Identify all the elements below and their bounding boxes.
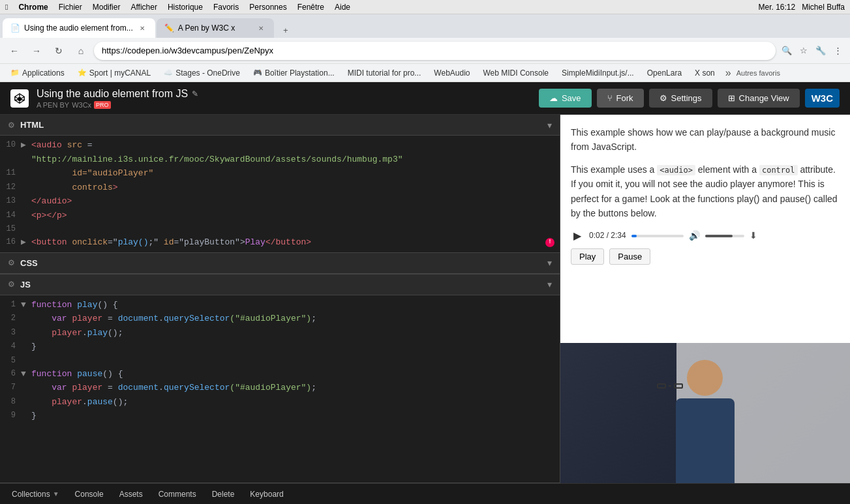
new-tab-button[interactable]: + bbox=[278, 22, 294, 38]
audio-player: ▶ 0:02 / 2:34 🔊 ⬇ bbox=[571, 228, 840, 243]
volume-bar[interactable] bbox=[705, 235, 744, 237]
preview-text-2: This example uses a <audio> element with… bbox=[571, 162, 840, 221]
fenetre-menu[interactable]: Fenêtre bbox=[297, 3, 324, 12]
active-tab[interactable]: 📄 Using the audio element from... ✕ bbox=[3, 18, 155, 38]
pen-author-name[interactable]: W3Cx bbox=[72, 101, 91, 109]
clock: Mer. 16:12 bbox=[758, 3, 795, 12]
bookmark-icon[interactable]: ☆ bbox=[797, 44, 811, 58]
css-panel-label: CSS bbox=[20, 258, 38, 268]
download-icon[interactable]: ⬇ bbox=[750, 228, 757, 243]
bookmarks-more-button[interactable]: » bbox=[725, 67, 731, 79]
code-line-13: 13 </audio> bbox=[0, 194, 560, 209]
preview-content: This example shows how we can play/pause… bbox=[560, 115, 850, 343]
reload-button[interactable]: ↻ bbox=[50, 42, 68, 60]
console-button[interactable]: Console bbox=[68, 488, 110, 501]
delete-button[interactable]: Delete bbox=[205, 488, 241, 501]
audio-progress-bar[interactable] bbox=[631, 235, 684, 237]
html-panel-label: HTML bbox=[20, 120, 44, 130]
volume-icon[interactable]: 🔊 bbox=[689, 228, 700, 243]
keyboard-button[interactable]: Keyboard bbox=[243, 488, 290, 501]
extension-icon[interactable]: 🔧 bbox=[813, 44, 828, 58]
home-button[interactable]: ⌂ bbox=[72, 42, 90, 60]
bookmark-sport[interactable]: ⭐ Sport | myCANAL bbox=[72, 67, 156, 79]
js-panel: ⚙ JS ▾ 1 ▼ function play() { 2 var playe… bbox=[0, 274, 560, 484]
active-tab-title: Using the audio element from... bbox=[24, 23, 133, 33]
glasses-right bbox=[674, 383, 683, 389]
bookmark-webmidi[interactable]: Web MIDI Console bbox=[478, 67, 554, 79]
modifier-menu[interactable]: Modifier bbox=[93, 3, 121, 12]
preview-text2-middle: element with a bbox=[698, 164, 759, 175]
bookmark-folder-icon: 📁 bbox=[10, 68, 20, 77]
aide-menu[interactable]: Aide bbox=[335, 3, 350, 12]
changeview-button[interactable]: ⊞ Change View bbox=[718, 89, 800, 108]
assets-button[interactable]: Assets bbox=[113, 488, 149, 501]
tab2-close-button[interactable]: ✕ bbox=[256, 23, 266, 33]
back-button[interactable]: ← bbox=[5, 42, 23, 60]
bookmark-stages[interactable]: ☁️ Stages - OneDrive bbox=[159, 67, 245, 79]
edit-pen-icon[interactable]: ✎ bbox=[192, 89, 198, 98]
person-body bbox=[676, 398, 735, 483]
forward-button[interactable]: → bbox=[27, 42, 46, 60]
bookmark-cloud-icon: ☁️ bbox=[164, 68, 173, 77]
personnes-menu[interactable]: Personnes bbox=[249, 3, 286, 12]
apple-menu[interactable]:  bbox=[5, 3, 8, 12]
bookmark-boitier[interactable]: 🎮 Boîtier Playstation... bbox=[248, 67, 340, 79]
html-code-area[interactable]: 10 ▶ <audio src = "http://mainline.i3s.u… bbox=[0, 136, 560, 252]
code-line-15: 15 bbox=[0, 222, 560, 235]
fork-label: Fork bbox=[616, 93, 633, 103]
chrome-menu-icon[interactable]: ⋮ bbox=[830, 44, 845, 58]
html-panel-collapse[interactable]: ▾ bbox=[547, 120, 552, 130]
preview-code2: control bbox=[759, 165, 798, 175]
pause-button[interactable]: Pause bbox=[609, 248, 650, 265]
bookmark-gamepad-icon: 🎮 bbox=[253, 68, 262, 77]
preview-text2-prefix: This example uses a bbox=[571, 164, 657, 175]
pro-badge: PRO bbox=[94, 101, 111, 109]
codepen-logo[interactable] bbox=[10, 89, 29, 108]
css-panel-collapse[interactable]: ▾ bbox=[547, 258, 552, 268]
html-settings-icon[interactable]: ⚙ bbox=[8, 121, 15, 130]
changeview-label: Change View bbox=[739, 93, 789, 103]
js-line-1: 1 ▼ function play() { bbox=[0, 298, 560, 312]
css-panel: ⚙ CSS ▾ bbox=[0, 253, 560, 274]
bookmark-webaudio[interactable]: WebAudio bbox=[429, 67, 475, 79]
chrome-menu-item[interactable]: Chrome bbox=[18, 3, 48, 12]
play-button[interactable]: Play bbox=[571, 248, 604, 265]
main-content: ⚙ HTML ▾ 10 ▶ <audio src = "http://mainl… bbox=[0, 115, 850, 483]
chrome-tabbar: 📄 Using the audio element from... ✕ ✏️ A… bbox=[0, 14, 850, 38]
bookmarks-bar: 📁 Applications ⭐ Sport | myCANAL ☁️ Stag… bbox=[0, 64, 850, 82]
search-icon[interactable]: 🔍 bbox=[780, 44, 794, 58]
fichier-menu[interactable]: Fichier bbox=[59, 3, 82, 12]
js-code-area[interactable]: 1 ▼ function play() { 2 var player = doc… bbox=[0, 295, 560, 483]
tab-close-button[interactable]: ✕ bbox=[137, 23, 147, 33]
bookmark-midi[interactable]: MIDI tutorial for pro... bbox=[342, 67, 427, 79]
fork-button[interactable]: ⑂ Fork bbox=[597, 89, 644, 108]
collections-button[interactable]: Collections ▼ bbox=[5, 488, 66, 501]
autres-favoris[interactable]: Autres favoris bbox=[736, 69, 780, 77]
historique-menu[interactable]: Historique bbox=[168, 3, 203, 12]
bottom-bar: Collections ▼ Console Assets Comments De… bbox=[0, 483, 850, 504]
favoris-menu[interactable]: Favoris bbox=[213, 3, 239, 12]
bookmark-simplemidi[interactable]: SimpleMidiInput.js/... bbox=[556, 67, 639, 79]
js-panel-collapse[interactable]: ▾ bbox=[547, 279, 552, 289]
address-input[interactable] bbox=[94, 42, 776, 60]
css-panel-header: ⚙ CSS ▾ bbox=[0, 253, 560, 274]
js-settings-icon[interactable]: ⚙ bbox=[8, 280, 15, 289]
keyboard-label: Keyboard bbox=[250, 490, 283, 499]
glasses bbox=[657, 383, 683, 389]
audio-play-button[interactable]: ▶ bbox=[571, 230, 584, 243]
w3c-button[interactable]: W3C bbox=[805, 89, 840, 108]
audio-time: 0:02 / 2:34 bbox=[589, 230, 626, 242]
js-line-4: 4 } bbox=[0, 340, 560, 354]
w3c-label: W3C bbox=[812, 93, 833, 104]
afficher-menu[interactable]: Afficher bbox=[130, 3, 157, 12]
settings-button[interactable]: ⚙ Settings bbox=[649, 89, 712, 108]
bookmark-xson[interactable]: X son bbox=[690, 67, 720, 79]
bookmark-openlara[interactable]: OpenLara bbox=[642, 67, 687, 79]
bookmark-label: X son bbox=[695, 68, 715, 78]
fork-icon: ⑂ bbox=[607, 93, 613, 103]
bookmark-applications[interactable]: 📁 Applications bbox=[5, 67, 70, 79]
comments-button[interactable]: Comments bbox=[152, 488, 203, 501]
css-settings-icon[interactable]: ⚙ bbox=[8, 258, 15, 267]
inactive-tab[interactable]: ✏️ A Pen by W3C x ✕ bbox=[157, 18, 274, 38]
save-button[interactable]: ☁ Save bbox=[539, 89, 592, 108]
